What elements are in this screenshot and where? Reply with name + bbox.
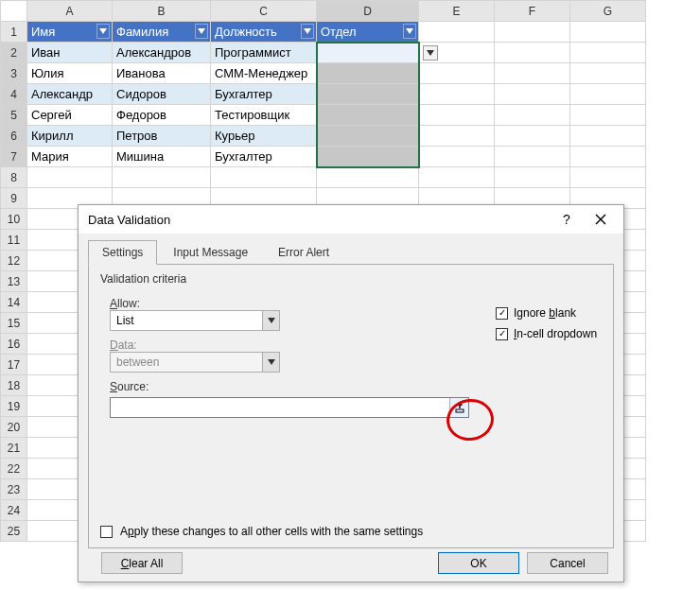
- checkbox-label: Ignore blank: [514, 306, 576, 320]
- cell-selected[interactable]: [317, 105, 419, 126]
- dialog-titlebar[interactable]: Data Validation ?: [79, 205, 623, 234]
- dialog-tabs: Settings Input Message Error Alert: [88, 239, 614, 265]
- ignore-blank-checkbox[interactable]: ✓ Ignore blank: [496, 306, 597, 320]
- checkbox-label: In-cell dropdown: [514, 327, 597, 340]
- cell[interactable]: Федоров: [113, 105, 211, 126]
- row-header[interactable]: 3: [1, 63, 27, 84]
- row-header[interactable]: 6: [1, 126, 27, 147]
- cancel-button[interactable]: Cancel: [527, 552, 608, 574]
- col-header-f[interactable]: F: [495, 1, 570, 22]
- dialog-button-row: Clear All OK Cancel: [79, 552, 623, 574]
- cell[interactable]: Тестировщик: [211, 105, 317, 126]
- cell[interactable]: СММ-Менеджер: [211, 63, 317, 84]
- table-header-cell[interactable]: Имя: [27, 22, 113, 43]
- row-header[interactable]: 4: [1, 84, 27, 105]
- row-header[interactable]: 23: [1, 479, 27, 500]
- row-header[interactable]: 11: [1, 230, 27, 251]
- row-header[interactable]: 2: [1, 43, 27, 63]
- cell-selected[interactable]: [317, 63, 419, 84]
- cell[interactable]: Бухгалтер: [211, 84, 317, 105]
- cell[interactable]: Петров: [113, 126, 211, 147]
- row-header[interactable]: 9: [1, 188, 27, 209]
- data-combobox: between: [110, 352, 280, 373]
- cell[interactable]: Иван: [27, 43, 113, 63]
- row-header[interactable]: 8: [1, 167, 27, 188]
- row-header[interactable]: 21: [1, 438, 27, 459]
- cell[interactable]: Программист: [211, 43, 317, 63]
- cell-selected[interactable]: [317, 147, 419, 167]
- cell-selected[interactable]: [317, 126, 419, 147]
- tab-input-message[interactable]: Input Message: [159, 240, 262, 265]
- svg-marker-11: [457, 402, 463, 406]
- row-header[interactable]: 5: [1, 105, 27, 126]
- ok-button[interactable]: OK: [438, 552, 519, 574]
- checkbox-box: [100, 526, 113, 538]
- row-header[interactable]: 7: [1, 147, 27, 167]
- row-header[interactable]: 24: [1, 500, 27, 521]
- row-header[interactable]: 25: [1, 521, 27, 542]
- row-header[interactable]: 15: [1, 313, 27, 334]
- row-header[interactable]: 1: [1, 22, 27, 43]
- row-header[interactable]: 14: [1, 292, 27, 313]
- row-header[interactable]: 12: [1, 251, 27, 271]
- table-header-cell[interactable]: Отдел: [317, 22, 419, 43]
- select-all-corner[interactable]: [1, 1, 27, 22]
- tab-error-alert[interactable]: Error Alert: [264, 240, 343, 265]
- col-header-e[interactable]: E: [419, 1, 495, 22]
- filter-dropdown-icon[interactable]: [96, 24, 110, 39]
- source-input[interactable]: [111, 398, 449, 417]
- row-header[interactable]: 22: [1, 459, 27, 479]
- tab-settings[interactable]: Settings: [88, 240, 157, 265]
- row-header[interactable]: 18: [1, 375, 27, 396]
- col-header-a[interactable]: A: [27, 1, 113, 22]
- cell[interactable]: Сергей: [27, 105, 113, 126]
- close-button[interactable]: [584, 207, 618, 232]
- cell[interactable]: Сидоров: [113, 84, 211, 105]
- table-header-cell[interactable]: Должность: [211, 22, 317, 43]
- chevron-down-icon: [262, 311, 279, 330]
- cell[interactable]: Бухгалтер: [211, 147, 317, 167]
- row-header[interactable]: 10: [1, 209, 27, 230]
- cell[interactable]: Мария: [27, 147, 113, 167]
- clear-all-button[interactable]: Clear All: [101, 552, 183, 574]
- cell-selected[interactable]: [317, 84, 419, 105]
- row-header[interactable]: 17: [1, 355, 27, 375]
- filter-dropdown-icon[interactable]: [195, 24, 208, 39]
- filter-dropdown-icon[interactable]: [403, 24, 416, 39]
- allow-combobox[interactable]: List: [110, 310, 280, 331]
- svg-marker-8: [268, 359, 275, 365]
- col-header-g[interactable]: G: [570, 1, 646, 22]
- cell[interactable]: Курьер: [211, 126, 317, 147]
- row-header[interactable]: 19: [1, 396, 27, 417]
- checkbox-box: ✓: [496, 307, 508, 320]
- col-header-c[interactable]: C: [211, 1, 317, 22]
- cell[interactable]: Александров: [113, 43, 211, 63]
- cell[interactable]: Юлия: [27, 63, 113, 84]
- range-selector-button[interactable]: [449, 398, 468, 417]
- svg-marker-2: [304, 28, 311, 34]
- incell-dropdown-checkbox[interactable]: ✓ In-cell dropdown: [496, 327, 597, 340]
- help-button[interactable]: ?: [550, 207, 584, 232]
- cell-selected-active[interactable]: [317, 43, 419, 63]
- svg-marker-3: [406, 28, 413, 34]
- col-header-b[interactable]: B: [113, 1, 211, 22]
- header-label: Фамилия: [116, 25, 168, 39]
- data-value: between: [111, 356, 262, 369]
- in-cell-dropdown-button[interactable]: [423, 45, 438, 61]
- cell[interactable]: Кирилл: [27, 126, 113, 147]
- row-header[interactable]: 13: [1, 271, 27, 292]
- filter-dropdown-icon[interactable]: [301, 24, 314, 39]
- allow-value: List: [111, 314, 262, 327]
- header-label: Имя: [31, 25, 55, 39]
- table-header-cell[interactable]: Фамилия: [113, 22, 211, 43]
- header-label: Отдел: [321, 25, 357, 39]
- row-header[interactable]: 20: [1, 417, 27, 438]
- apply-same-settings-checkbox[interactable]: Apply these changes to all other cells w…: [100, 525, 423, 538]
- row-header[interactable]: 16: [1, 334, 27, 355]
- col-header-d[interactable]: D: [317, 1, 419, 22]
- svg-marker-1: [198, 28, 205, 34]
- source-label: Source:: [110, 380, 469, 393]
- cell[interactable]: Иванова: [113, 63, 211, 84]
- cell[interactable]: Мишина: [113, 147, 211, 167]
- cell[interactable]: Александр: [27, 84, 113, 105]
